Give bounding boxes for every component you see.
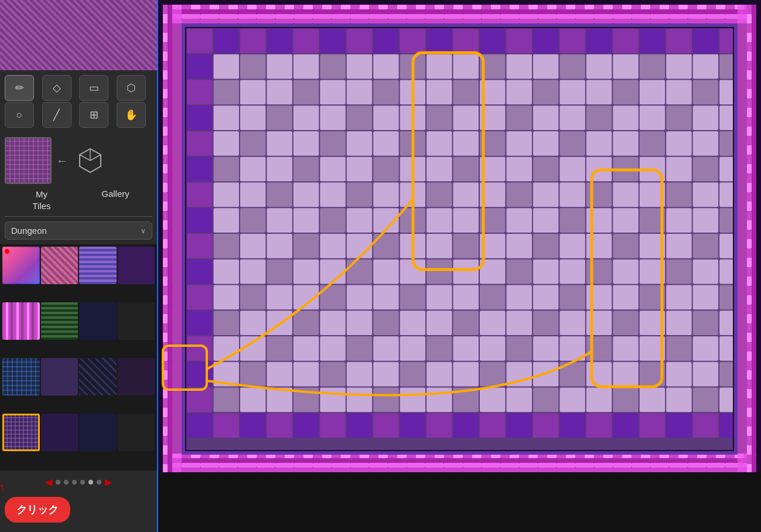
circle-tool[interactable]: ○	[5, 102, 34, 128]
svg-rect-113	[320, 131, 346, 156]
svg-rect-271	[426, 311, 452, 335]
page-dot-2[interactable]	[64, 480, 69, 485]
svg-rect-131	[214, 157, 240, 182]
svg-rect-164	[507, 183, 533, 207]
svg-rect-154	[240, 183, 266, 207]
svg-rect-64	[187, 80, 213, 105]
click-button[interactable]: ↑ クリック	[5, 497, 70, 523]
palette-cell-10[interactable]	[41, 358, 79, 395]
svg-rect-48	[347, 54, 373, 79]
svg-rect-39	[693, 29, 719, 53]
svg-rect-98	[507, 105, 533, 130]
page-dot-6[interactable]	[97, 480, 101, 485]
palette-cell-1[interactable]	[2, 247, 40, 284]
svg-rect-302	[666, 336, 692, 361]
palette-cell-8[interactable]	[118, 302, 155, 340]
svg-rect-163	[480, 183, 506, 207]
palette-cell-3[interactable]	[79, 247, 117, 284]
border-bottom	[163, 453, 756, 472]
svg-rect-340	[507, 388, 533, 412]
line-tool[interactable]: ╱	[42, 102, 71, 128]
border-left	[163, 5, 182, 472]
palette-cell-4[interactable]	[118, 247, 155, 284]
category-dropdown[interactable]: Dungeon ∨	[5, 221, 152, 240]
svg-rect-210	[559, 234, 585, 258]
svg-rect-155	[267, 183, 292, 207]
eraser-tool[interactable]: ◇	[42, 75, 71, 101]
gallery-label[interactable]: Gallery	[79, 189, 152, 199]
palette-cell-selected[interactable]	[2, 414, 40, 451]
page-dot-3[interactable]	[72, 480, 77, 485]
svg-rect-62	[719, 54, 733, 79]
svg-rect-165	[533, 183, 559, 207]
svg-rect-247	[373, 285, 399, 310]
svg-rect-336	[400, 388, 426, 412]
svg-rect-370	[719, 413, 733, 438]
svg-rect-338	[453, 388, 479, 412]
palette-cell-7[interactable]	[79, 302, 117, 340]
svg-rect-274	[507, 311, 533, 335]
hand-tool[interactable]: ✋	[117, 102, 146, 128]
next-page-button[interactable]: ▶	[105, 476, 112, 487]
palette-cell-9[interactable]	[2, 358, 40, 395]
page-dot-5[interactable]	[88, 480, 93, 485]
svg-rect-74	[453, 80, 479, 105]
svg-rect-220	[240, 260, 266, 284]
palette-cell-5[interactable]	[2, 302, 40, 340]
svg-rect-253	[533, 285, 559, 310]
palette-cell-16[interactable]	[118, 414, 155, 451]
svg-rect-251	[480, 285, 506, 310]
palette-cell-2[interactable]	[41, 247, 79, 284]
back-icon[interactable]: ←	[56, 154, 68, 168]
pencil-tool[interactable]: ✏	[5, 75, 34, 101]
svg-rect-149	[693, 157, 719, 182]
svg-rect-256	[613, 285, 639, 310]
svg-rect-356	[347, 413, 373, 438]
dropdown-selected: Dungeon	[11, 226, 141, 236]
fill-tool[interactable]: ⬡	[117, 75, 146, 101]
floor-area	[186, 28, 733, 450]
3d-tile-icon[interactable]	[73, 143, 108, 178]
svg-rect-86	[187, 105, 213, 130]
svg-rect-65	[214, 80, 240, 105]
svg-rect-280	[666, 311, 692, 335]
svg-rect-25	[320, 29, 346, 53]
palette-cell-11[interactable]	[79, 358, 117, 395]
page-dot-1[interactable]	[56, 480, 60, 485]
svg-rect-182	[400, 208, 426, 233]
svg-rect-369	[693, 413, 719, 438]
tile-preview[interactable]	[5, 137, 52, 184]
svg-rect-94	[400, 105, 426, 130]
palette-cell-6[interactable]	[41, 302, 79, 340]
svg-rect-272	[453, 311, 479, 335]
palette-cell-15[interactable]	[79, 414, 117, 451]
palette-cell-14[interactable]	[41, 414, 79, 451]
svg-rect-187	[533, 208, 559, 233]
svg-rect-254	[559, 285, 585, 310]
svg-rect-332	[294, 388, 319, 412]
svg-rect-22	[240, 29, 266, 53]
my-tiles-label[interactable]: My Tiles	[5, 189, 79, 212]
svg-rect-344	[613, 388, 639, 412]
svg-rect-315	[426, 362, 452, 387]
svg-rect-198	[240, 234, 266, 258]
svg-rect-148	[666, 157, 692, 182]
svg-rect-30	[453, 29, 479, 53]
svg-rect-61	[693, 54, 719, 79]
prev-page-button[interactable]: ◀	[45, 476, 52, 487]
svg-rect-363	[533, 413, 559, 438]
svg-rect-58	[613, 54, 639, 79]
svg-rect-75	[480, 80, 506, 105]
page-dot-4[interactable]	[80, 480, 85, 485]
svg-rect-20	[187, 29, 213, 53]
palette-cell-12[interactable]	[118, 358, 155, 395]
main-canvas[interactable]	[158, 0, 761, 532]
svg-rect-140	[453, 157, 479, 182]
sidebar: ✏ ◇ ▭ ⬡ ○ ╱ ⊞ ✋ ← My Tiles Gallery	[0, 0, 158, 532]
svg-rect-322	[613, 362, 639, 387]
rect-tool[interactable]: ▭	[79, 75, 108, 101]
svg-rect-111	[267, 131, 292, 156]
svg-rect-9	[163, 5, 756, 14]
select-tool[interactable]: ⊞	[79, 102, 108, 128]
svg-rect-188	[559, 208, 585, 233]
